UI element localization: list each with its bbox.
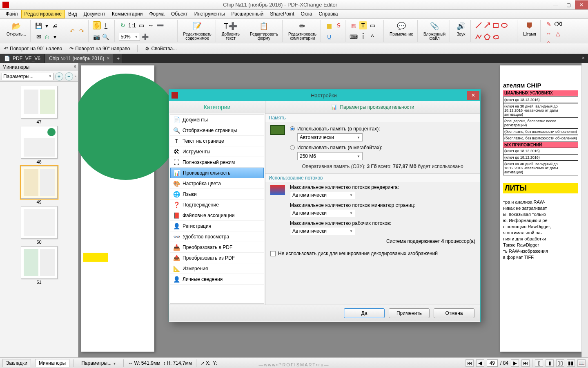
menu-sharepoint[interactable]: SharePoint: [267, 10, 297, 18]
category-item[interactable]: 📄Документы: [170, 114, 264, 125]
category-item[interactable]: 📥Преобразовать в PDF: [170, 242, 264, 253]
layout-continuous-icon[interactable]: ▮: [546, 359, 554, 367]
categories-list[interactable]: 📄Документы🔍Отображение страницыTТекст на…: [170, 114, 264, 304]
category-item[interactable]: 🌐Языки: [170, 189, 264, 200]
zoom-out-icon[interactable]: ➖: [156, 21, 165, 29]
perimeter-icon[interactable]: △: [554, 29, 562, 38]
measure-icon[interactable]: ↔: [545, 29, 553, 38]
menu-comments[interactable]: Комментарии: [109, 10, 146, 18]
edit-content-button[interactable]: 📝Редактировать содержимое: [182, 20, 213, 41]
zoom-tool-icon[interactable]: 🔍: [102, 33, 110, 41]
memory-percent-combo[interactable]: Автоматически▼: [297, 133, 363, 141]
underline-icon[interactable]: U̲: [325, 33, 333, 41]
pencil-icon[interactable]: ✎: [545, 20, 553, 28]
typewriter-icon[interactable]: ⌨: [350, 33, 358, 41]
apply-button[interactable]: Применить: [389, 308, 430, 318]
email-icon[interactable]: ✉: [35, 33, 43, 41]
page-thumbnail[interactable]: 51: [21, 246, 58, 285]
thumbnails-options-combo[interactable]: Параметры...▼: [2, 73, 53, 80]
page-thumbnail[interactable]: 50: [21, 206, 58, 245]
print-icon[interactable]: 🖨: [51, 22, 59, 30]
status-options-combo[interactable]: Параметры... ▼: [78, 359, 119, 367]
close-button[interactable]: ✕: [575, 0, 588, 9]
category-item[interactable]: 📕Файловые ассоциации: [170, 210, 264, 221]
menu-object[interactable]: Объект: [168, 10, 191, 18]
attach-button[interactable]: 📎Вложенный файл: [422, 20, 447, 41]
select-text-icon[interactable]: I̲: [102, 21, 110, 29]
save-icon[interactable]: 💾: [35, 22, 43, 30]
callout-icon[interactable]: ▭: [368, 21, 376, 29]
line-shape-icon[interactable]: [475, 22, 482, 29]
tab-close-icon[interactable]: ×: [107, 56, 109, 61]
hand-tool-icon[interactable]: ✋: [93, 21, 101, 29]
menu-form[interactable]: Форма: [146, 10, 167, 18]
category-item[interactable]: ❓Подтверждение: [170, 200, 264, 210]
last-page-button[interactable]: ⏭: [521, 359, 530, 367]
menu-view[interactable]: Вид: [65, 10, 80, 18]
note-button[interactable]: 💬Примечание: [388, 20, 415, 37]
category-item[interactable]: 🛠Иструменты: [170, 146, 264, 157]
redo-icon[interactable]: ↷: [78, 27, 86, 35]
ok-button[interactable]: Да: [344, 308, 385, 318]
document-tab[interactable]: Chip №11 (ноябрь 2016) ×: [45, 54, 114, 63]
menu-edit[interactable]: Редактирование: [21, 10, 65, 18]
menu-document[interactable]: Документ: [80, 10, 109, 18]
add-text-button[interactable]: T➕Добавить текст: [220, 20, 241, 41]
category-item[interactable]: TТекст на странице: [170, 136, 264, 146]
category-item[interactable]: 👓Удобство просмотра: [170, 231, 264, 242]
save-dropdown-icon[interactable]: ▾: [43, 22, 51, 30]
menu-help[interactable]: Справка: [315, 10, 341, 18]
close-all-tabs-button[interactable]: ×: [579, 54, 588, 63]
cancel-button[interactable]: Отмена: [434, 308, 474, 318]
category-item[interactable]: 📤Преобразовать из PDF: [170, 253, 264, 263]
text-box-icon[interactable]: T: [359, 21, 367, 29]
next-page-button[interactable]: ▶: [511, 359, 519, 367]
edit-comments-button[interactable]: ✏Редактировать комментарии: [287, 20, 318, 41]
page-thumbnail[interactable]: 47: [21, 86, 58, 124]
eraser-icon[interactable]: ⌫: [554, 20, 562, 28]
actual-size-icon[interactable]: 1:1: [128, 21, 136, 29]
maximize-button[interactable]: ▢: [562, 0, 575, 9]
scan-icon[interactable]: ⎙: [43, 33, 51, 41]
category-item[interactable]: 👤Регистрация: [170, 221, 264, 231]
polygon-shape-icon[interactable]: [483, 33, 491, 40]
scan-dropdown-icon[interactable]: ▾: [51, 33, 59, 41]
new-tab-button[interactable]: +: [114, 54, 123, 63]
circle-shape-icon[interactable]: [501, 22, 508, 29]
sound-button[interactable]: 🔊Звук: [454, 20, 468, 37]
layout-facing-icon[interactable]: ▯▯: [556, 359, 564, 367]
first-page-button[interactable]: ⏮: [466, 359, 474, 367]
page-thumbnail[interactable]: 49: [21, 166, 58, 204]
properties-button[interactable]: ⚙Свойства...: [145, 46, 177, 52]
thumbnails-close-icon[interactable]: ×: [74, 64, 76, 70]
memory-mb-combo[interactable]: 250 M6▼: [297, 152, 363, 160]
thumbnails-zoom-out-button[interactable]: −: [65, 72, 73, 81]
vertical-scrollbar[interactable]: [581, 63, 588, 357]
rotate-view-icon[interactable]: ↻: [119, 21, 127, 29]
bookmarks-tab[interactable]: Закладки: [2, 359, 31, 367]
menu-tools[interactable]: Инструменты: [191, 10, 228, 18]
highlight-icon[interactable]: ▆: [325, 21, 333, 29]
dialog-close-button[interactable]: ✕: [467, 91, 479, 100]
fit-page-icon[interactable]: ▭: [138, 21, 146, 29]
layout-book-icon[interactable]: 📖: [577, 359, 586, 367]
thumbnails-zoom-in-button[interactable]: +: [55, 72, 63, 81]
zoom-in-icon[interactable]: ➕: [141, 33, 149, 41]
menu-file[interactable]: Файл: [2, 10, 21, 18]
category-item[interactable]: 📐Измерения: [170, 263, 264, 274]
arrow-shape-icon[interactable]: [483, 22, 491, 29]
thumb-threads-combo[interactable]: Автоматически▼: [290, 209, 355, 217]
snapshot-icon[interactable]: 📷: [93, 33, 101, 41]
strikeout-icon[interactable]: S̶: [334, 21, 343, 29]
text-correction-icon[interactable]: T̂: [359, 33, 367, 41]
page-thumbnail[interactable]: 48: [21, 126, 58, 164]
stamp-button[interactable]: ⛊Штамп: [521, 20, 537, 37]
open-button[interactable]: 📂 Открыть...: [5, 20, 28, 37]
memory-percent-radio[interactable]: Использовать память (в процентах):: [290, 126, 475, 132]
zoom-combo[interactable]: 50%▼: [119, 33, 140, 41]
page-number-field[interactable]: 49: [487, 359, 498, 367]
layout-facing-cont-icon[interactable]: ▮▮: [567, 359, 575, 367]
thumbnails-more-icon[interactable]: »: [75, 74, 76, 78]
work-threads-combo[interactable]: Автоматически▼: [290, 227, 355, 235]
rect-shape-icon[interactable]: [492, 22, 499, 29]
